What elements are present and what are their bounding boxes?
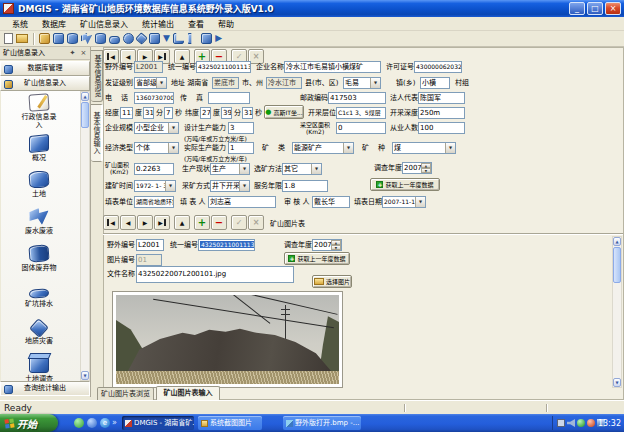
input-longitude-deg[interactable]: 111 bbox=[120, 107, 133, 119]
input-latitude-sec[interactable]: 31 bbox=[242, 107, 253, 119]
download-arrow-icon[interactable]: ▼ bbox=[163, 33, 170, 44]
pin-icon[interactable]: ✦ bbox=[68, 49, 77, 58]
input-pic-filename[interactable]: 4325022007L200101.jpg bbox=[136, 266, 294, 283]
tab-basic-info-browse[interactable]: 基本信息浏览 bbox=[91, 50, 103, 102]
input-longitude-min[interactable]: 31 bbox=[143, 107, 154, 119]
input-form-filler[interactable]: 刘志高 bbox=[208, 196, 276, 208]
input-fax[interactable] bbox=[208, 92, 250, 104]
wastewater-icon[interactable] bbox=[81, 33, 92, 44]
sidebar-item-admin-info[interactable]: 行政信息录 入 bbox=[1, 94, 77, 129]
taskbar-task-screenshots-folder[interactable]: 系统截图图片 bbox=[198, 416, 262, 430]
input-postcode[interactable]: 417503 bbox=[328, 92, 386, 104]
button-choose-picture[interactable]: 选择图片 bbox=[312, 275, 352, 288]
report-icon[interactable] bbox=[201, 33, 212, 44]
combo-beneficiation[interactable]: 其它▼ bbox=[282, 163, 322, 175]
sidebar-scrollbar[interactable]: ▲ ▼ bbox=[80, 91, 90, 381]
menu-database[interactable]: 数据库 bbox=[35, 18, 73, 29]
quick-launch-ie-icon[interactable]: e bbox=[100, 418, 110, 428]
input-mine-area[interactable]: 0.2263 bbox=[134, 163, 174, 175]
dropdown-icon[interactable]: ▼ bbox=[415, 197, 425, 207]
new-file-icon[interactable] bbox=[4, 33, 13, 44]
input-phone[interactable]: 13607307000 bbox=[134, 92, 174, 104]
sidebar-item-mine-drainage[interactable]: 矿坑排水 bbox=[1, 283, 77, 308]
input-pic-number[interactable]: 01 bbox=[136, 254, 162, 266]
scroll-down-icon[interactable]: ▼ bbox=[613, 378, 621, 387]
pic-first-record-button[interactable]: ◀ bbox=[103, 215, 119, 230]
input-unified-number[interactable]: 43250211001113 bbox=[196, 61, 251, 73]
input-pic-field-number[interactable]: L2001 bbox=[136, 239, 164, 251]
sidebar-item-solid-waste[interactable]: 固体废弃物 bbox=[1, 245, 77, 272]
input-service-years[interactable]: 1.8 bbox=[282, 180, 328, 192]
quick-launch-icon-2[interactable] bbox=[87, 418, 97, 428]
menu-mine-info-entry[interactable]: 矿山信息录入 bbox=[73, 18, 135, 29]
combo-form-date[interactable]: 2007-11-13▼ bbox=[382, 196, 426, 208]
dropdown-icon[interactable]: ▼ bbox=[168, 143, 178, 153]
input-form-unit[interactable]: 湖南省地质环境 bbox=[134, 196, 174, 208]
combo-mineral-kind[interactable]: 煤▼ bbox=[392, 142, 456, 154]
sidebar-item-land[interactable]: 土地 bbox=[1, 171, 77, 198]
sidebar-item-partial[interactable] bbox=[1, 373, 77, 381]
spin-pic-survey-year[interactable]: 2007▲▼ bbox=[312, 239, 342, 251]
pic-last-record-button[interactable]: ▶ bbox=[154, 215, 170, 230]
input-town[interactable]: 小横 bbox=[420, 77, 450, 89]
combo-build-date[interactable]: 1972- 1- 3▼ bbox=[134, 180, 176, 192]
dropdown-icon[interactable]: ▼ bbox=[343, 143, 353, 153]
input-pic-unified-number[interactable]: 43250211001113 bbox=[198, 239, 255, 251]
taskbar-task-bmp-image[interactable]: 野外版打开.bmp -... bbox=[283, 416, 361, 430]
sidebar-group-mine-entry[interactable]: 矿山信息录入 bbox=[0, 76, 90, 91]
columns-icon[interactable] bbox=[187, 33, 198, 44]
button-gauss-coord[interactable]: ●高斯IT坐... bbox=[264, 105, 304, 119]
combo-license-level[interactable]: 省部级▼ bbox=[134, 77, 167, 89]
input-latitude-min[interactable]: 39 bbox=[221, 107, 232, 119]
dropdown-icon[interactable]: ▼ bbox=[168, 123, 178, 133]
close-button[interactable]: × bbox=[605, 2, 621, 15]
input-reviewer[interactable]: 戴长华 bbox=[312, 196, 350, 208]
combo-mining-method[interactable]: 井下开采▼ bbox=[210, 180, 250, 192]
button-get-previous-year[interactable]: +获取上一年度数据 bbox=[370, 178, 440, 191]
spin-survey-year[interactable]: 2007▲▼ bbox=[402, 162, 432, 174]
open-folder-icon[interactable] bbox=[16, 34, 28, 43]
tray-status-red-icon[interactable] bbox=[587, 419, 595, 427]
top-record-button[interactable]: ▲ bbox=[174, 49, 190, 64]
tray-volume-icon[interactable] bbox=[567, 419, 575, 427]
maximize-button[interactable]: □ bbox=[587, 2, 603, 15]
tray-network-icon[interactable] bbox=[557, 419, 565, 427]
tray-status-green-icon[interactable] bbox=[577, 419, 585, 427]
land-survey-icon[interactable] bbox=[149, 33, 160, 44]
input-legal-rep[interactable]: 陈国军 bbox=[418, 92, 465, 104]
sidebar-item-overview[interactable]: 概况 bbox=[1, 135, 77, 162]
dropdown-icon[interactable]: ▼ bbox=[311, 164, 321, 174]
pic-next-record-button[interactable]: ▶ bbox=[137, 215, 153, 230]
tab-basic-info-input[interactable]: 基本信息输入 bbox=[91, 104, 103, 162]
menu-system[interactable]: 系统 bbox=[5, 18, 35, 29]
quick-launch-more-icon[interactable]: » bbox=[112, 418, 117, 427]
solid-waste-icon[interactable] bbox=[95, 33, 106, 44]
input-enterprise-name[interactable]: 冷水江市毛易镇小横煤矿 bbox=[284, 61, 381, 73]
input-license-number[interactable]: 4300000620321 bbox=[414, 61, 462, 73]
input-design-capacity[interactable]: 3 bbox=[228, 122, 254, 134]
tab-picture-table-input[interactable]: 矿山图片表输入 bbox=[156, 386, 220, 400]
pic-prev-record-button[interactable]: ◀ bbox=[120, 215, 136, 230]
mine-drainage-icon[interactable] bbox=[109, 36, 120, 44]
dropdown-icon[interactable]: ▼ bbox=[370, 78, 380, 88]
menu-stat-output[interactable]: 统计输出 bbox=[135, 18, 181, 29]
dropdown-icon[interactable]: ▼ bbox=[156, 78, 166, 88]
input-prefecture[interactable]: 冷水江市 bbox=[266, 77, 302, 89]
clock-icon[interactable] bbox=[123, 33, 134, 44]
input-goaf-area[interactable]: 0 bbox=[336, 122, 386, 134]
geohazard-icon[interactable] bbox=[135, 32, 148, 45]
sidebar-item-wastewater[interactable]: 废水废液 bbox=[1, 208, 77, 235]
pic-post-record-button[interactable]: ✓ bbox=[231, 215, 247, 230]
tab-picture-table-browse[interactable]: 矿山图片表浏览 bbox=[97, 387, 154, 400]
input-mining-layer[interactable]: C1c1 3、5煤层 bbox=[336, 107, 386, 119]
overview-icon[interactable] bbox=[53, 33, 64, 44]
combo-economic-type[interactable]: 个体▼ bbox=[134, 142, 179, 154]
dropdown-icon[interactable]: ▼ bbox=[239, 164, 249, 174]
sidebar-close-icon[interactable]: × bbox=[79, 49, 88, 58]
button-pic-get-previous-year[interactable]: +获取上一年度数据 bbox=[284, 252, 350, 265]
taskbar-task-dmgis[interactable]: DMGIS - 湖南省矿... bbox=[122, 416, 194, 430]
picture-panel-scrollbar[interactable]: ▲ ▼ bbox=[612, 236, 622, 388]
input-city[interactable]: 娄底市 bbox=[212, 77, 239, 89]
quick-launch-icon-1[interactable] bbox=[74, 418, 84, 428]
input-mining-depth[interactable]: 250m bbox=[418, 107, 465, 119]
